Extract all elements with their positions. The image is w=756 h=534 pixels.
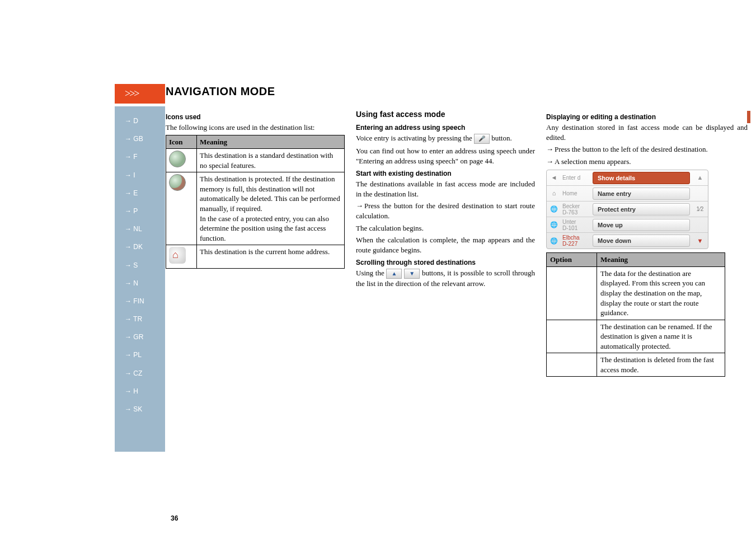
page-number: 36 (171, 514, 178, 523)
sidebar-item: → E (115, 184, 165, 202)
sidebar-item: → FIN (115, 292, 165, 310)
row-label: Enter d (561, 175, 590, 181)
column-icons-used: Icons used The following icons are used … (166, 109, 345, 377)
menu-row: ⌂ Home Name entry (547, 186, 708, 202)
meaning-standard: This destination is a standard destinati… (197, 149, 345, 172)
language-sidebar: → D → GB → F → I → E → P → NL → DK → S →… (115, 106, 165, 452)
menu-row: ◄ Enter d Show details ▲ (547, 170, 708, 186)
sidebar-item: → S (115, 256, 165, 274)
menu-item-protect-entry: Protect entry (593, 203, 690, 216)
meaning-protected: This destination is protected. If the de… (197, 172, 345, 245)
sidebar-item: → DK (115, 238, 165, 256)
sidebar-item: → GR (115, 328, 165, 346)
scroll-up-button-icon: ▲ (386, 269, 402, 279)
intro-text: The following icons are used in the dest… (166, 123, 345, 133)
speech-para-text1b: button. (491, 134, 511, 142)
menu-item-move-down: Move down (593, 235, 690, 247)
th-icon: Icon (166, 135, 197, 149)
option-meaning-table: Option Meaning The data for the destinat… (546, 252, 725, 377)
sidebar-item: → TR (115, 310, 165, 328)
row-label: BeckerD-763 (561, 203, 590, 216)
sidebar-item: → SK (115, 400, 165, 418)
disp-para1: Any destination stored in fast access mo… (546, 123, 748, 142)
globe-standard-icon (169, 151, 186, 167)
start-bullet: Press the button for the desired destina… (356, 201, 535, 221)
sidebar-item: → NL (115, 220, 165, 238)
menu-item-name-entry: Name entry (593, 188, 690, 200)
sidebar-item: → H (115, 382, 165, 400)
option-cell (547, 320, 597, 353)
heading-speech: Entering an address using speech (356, 123, 535, 132)
header-arrows: >>> (115, 84, 165, 104)
disp-bullet1: Press the button to the left of the desi… (546, 144, 748, 154)
heading-fast-access: Using fast access mode (356, 109, 535, 120)
option-cell (547, 353, 597, 377)
page-title: NAVIGATION MODE (166, 84, 275, 99)
globe-small-icon: 🌐 (547, 205, 561, 213)
page-fraction: 1⁄2 (692, 205, 708, 213)
speech-para: Voice entry is activating by pressing th… (356, 133, 535, 144)
sidebar-item: → F (115, 148, 165, 166)
globe-small-icon: 🌐 (547, 237, 561, 245)
sidebar-item: → D (115, 112, 165, 130)
disp-bullet2-text: A selection menu appears. (546, 157, 631, 166)
menu-item-move-up: Move up (593, 219, 690, 231)
option-cell (547, 266, 597, 320)
scroll-text-a: Using the (356, 269, 384, 277)
sidebar-item: → PL (115, 346, 165, 364)
row-label: Home (561, 190, 590, 196)
globe-protected-icon (169, 174, 186, 191)
start-para1: The destinations available in fast acces… (356, 179, 535, 199)
start-para3: When the calculation is complete, the ma… (356, 235, 535, 255)
th-option: Option (547, 253, 597, 267)
house-icon: ⌂ (547, 189, 561, 198)
heading-scrolling: Scrolling through stored destinations (356, 258, 535, 267)
globe-small-icon: 🌐 (547, 221, 561, 229)
scroll-up-icon: ▲ (692, 174, 708, 182)
speech-para-text1: Voice entry is activating by pressing th… (356, 134, 472, 142)
home-address-icon (169, 247, 186, 264)
voice-entry-button-icon: 🎤 (474, 134, 490, 144)
disp-bullet2: A selection menu appears. (546, 157, 748, 167)
disp-bullet1-text: Press the button to the left of the desi… (546, 145, 708, 153)
menu-item-show-details: Show details (593, 172, 690, 184)
sidebar-item: → CZ (115, 364, 165, 382)
meaning-name-entry: The destination can be renamed. If the d… (597, 320, 725, 353)
menu-row: 🌐 ElbchaD-227 Move down ▼ (547, 233, 708, 249)
scrollbar-thumb-icon (747, 111, 750, 123)
sidebar-item: → GB (115, 130, 165, 148)
scroll-down-button-icon: ▼ (404, 269, 420, 279)
heading-start-existing: Start with existing destination (356, 169, 535, 178)
sidebar-item: → P (115, 202, 165, 220)
menu-row: 🌐 UnterD-101 Move up (547, 217, 708, 233)
meaning-home: This destination is the current home add… (197, 245, 345, 269)
scroll-down-icon: ▼ (692, 237, 708, 245)
menu-row: 🌐 BeckerD-763 Protect entry 1⁄2 (547, 202, 708, 217)
heading-display-edit: Displaying or editing a destination (546, 113, 748, 121)
column-display-edit: Displaying or editing a destination Any … (546, 109, 748, 377)
speech-para2: You can find out how to enter an address… (356, 146, 535, 166)
row-label: ElbchaD-227 (561, 235, 590, 247)
meaning-delete: The destination is deleted from the fast… (597, 353, 725, 377)
th-meaning: Meaning (197, 135, 345, 149)
sidebar-item: → N (115, 274, 165, 292)
selection-menu-screenshot: ◄ Enter d Show details ▲ ⌂ Home Name ent… (546, 170, 708, 249)
th-meaning2: Meaning (597, 253, 725, 267)
scroll-para: Using the ▲ ▼ buttons, it is possible to… (356, 268, 535, 289)
row-label: UnterD-101 (561, 219, 590, 231)
sidebar-item: → I (115, 166, 165, 184)
meaning-show-details: The data for the destination are display… (597, 266, 725, 320)
column-fast-access: Using fast access mode Entering an addre… (356, 109, 535, 377)
start-bullet-text: Press the button for the desired destina… (356, 202, 535, 220)
heading-icons-used: Icons used (166, 113, 345, 121)
icon-meaning-table: Icon Meaning This destination is a stand… (166, 135, 345, 269)
back-icon: ◄ (547, 174, 561, 182)
start-para2: The calculation begins. (356, 223, 535, 233)
